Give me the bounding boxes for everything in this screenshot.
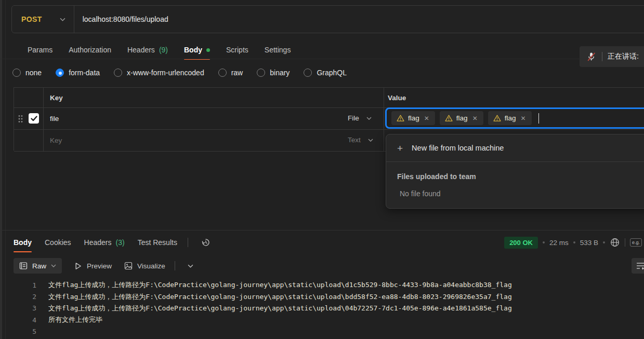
radio-circle-icon bbox=[304, 69, 312, 77]
play-icon bbox=[74, 262, 82, 270]
menu-section-title: Files uploaded to team bbox=[386, 162, 644, 181]
table-border bbox=[43, 88, 44, 151]
key-cell-input[interactable]: file bbox=[50, 115, 59, 123]
new-value-type-selector[interactable]: Text bbox=[348, 136, 373, 144]
response-line: 5 bbox=[0, 326, 644, 337]
response-line: 1 文件flag上传成功，上传路径为F:\CodePractice\golang… bbox=[0, 279, 644, 291]
radio-graphql[interactable]: GraphQL bbox=[304, 69, 347, 77]
file-chip: flag ✕ bbox=[440, 111, 483, 125]
line-number: 3 bbox=[0, 304, 36, 312]
tabs-bottom-border bbox=[0, 59, 644, 59]
radio-none[interactable]: none bbox=[12, 69, 42, 77]
toolbar-divider bbox=[175, 261, 175, 270]
line-number: 2 bbox=[0, 293, 36, 301]
response-toolbar: Raw Preview Visualize bbox=[14, 258, 193, 274]
raw-mode-button[interactable]: Raw bbox=[14, 258, 62, 274]
chevron-down-icon bbox=[366, 117, 372, 120]
radio-x-www-form-urlencoded[interactable]: x-www-form-urlencoded bbox=[114, 69, 204, 77]
raw-text-icon bbox=[19, 262, 28, 270]
body-type-options: none form-data x-www-form-urlencoded raw… bbox=[12, 66, 347, 79]
response-tab-headers[interactable]: Headers (3) bbox=[84, 234, 125, 251]
line-number: 1 bbox=[0, 281, 36, 289]
value-column-header: Value bbox=[388, 94, 406, 102]
method-dropdown[interactable]: POST bbox=[12, 6, 74, 33]
tab-body[interactable]: Body bbox=[184, 42, 210, 58]
tab-params[interactable]: Params bbox=[28, 42, 52, 58]
response-time: 22 ms bbox=[549, 239, 569, 247]
file-chip: flag ✕ bbox=[488, 111, 532, 125]
response-line: 3 文件flag上传成功，上传路径为F:\CodePractice\golang… bbox=[0, 303, 644, 314]
chip-remove-button[interactable]: ✕ bbox=[519, 115, 527, 122]
line-number: 4 bbox=[0, 316, 36, 324]
radio-circle-icon bbox=[114, 69, 122, 77]
line-text: 文件flag上传成功，上传路径为F:\CodePractice\golang-j… bbox=[48, 292, 512, 302]
radio-binary[interactable]: binary bbox=[257, 69, 290, 77]
response-tabs: Body Cookies Headers (3) Test Results bbox=[14, 235, 211, 250]
body-modified-dot-icon bbox=[206, 48, 210, 52]
tab-scripts[interactable]: Scripts bbox=[226, 42, 248, 58]
meta-separator-dot bbox=[573, 241, 575, 243]
value-type-selector[interactable]: File bbox=[348, 114, 372, 122]
file-value-input[interactable]: flag ✕ flag ✕ flag ✕ bbox=[385, 107, 644, 129]
warning-icon bbox=[445, 115, 453, 121]
radio-circle-icon bbox=[218, 69, 227, 77]
wrap-lines-button[interactable] bbox=[632, 258, 644, 274]
response-section-divider bbox=[0, 230, 644, 230]
radio-circle-icon bbox=[257, 69, 265, 77]
mode-menu-chevron[interactable] bbox=[188, 264, 193, 268]
chip-label: flag bbox=[408, 114, 419, 122]
menu-item-new-file[interactable]: + New file from local machine bbox=[386, 134, 644, 161]
chevron-down-icon bbox=[51, 264, 56, 267]
line-number: 5 bbox=[0, 328, 36, 335]
response-tab-cookies[interactable]: Cookies bbox=[45, 234, 71, 251]
voice-status-overlay: 正在讲话: bbox=[580, 46, 644, 67]
url-input[interactable]: localhost:8080/files/upload bbox=[74, 6, 644, 33]
chip-label: flag bbox=[456, 114, 468, 122]
radio-raw[interactable]: raw bbox=[218, 69, 243, 77]
network-globe-icon[interactable] bbox=[610, 237, 620, 248]
warning-icon bbox=[397, 115, 404, 121]
radio-circle-icon bbox=[12, 69, 21, 77]
voice-status-label: 正在讲话: bbox=[608, 52, 639, 61]
muted-microphone-icon[interactable] bbox=[586, 51, 597, 62]
meta-divider bbox=[625, 238, 625, 247]
line-text: 文件flag上传成功，上传路径为F:\CodePractice\golang-j… bbox=[48, 304, 512, 313]
status-badge: 200 OK bbox=[504, 237, 538, 249]
headers-count-badge: (9) bbox=[159, 46, 168, 54]
preview-mode-button[interactable]: Preview bbox=[74, 262, 112, 270]
radio-form-data[interactable]: form-data bbox=[56, 69, 100, 77]
new-key-input[interactable]: Key bbox=[50, 137, 62, 144]
response-line: 2 文件flag上传成功，上传路径为F:\CodePractice\golang… bbox=[0, 291, 644, 302]
key-column-header: Key bbox=[50, 94, 63, 102]
chip-remove-button[interactable]: ✕ bbox=[423, 115, 430, 122]
response-meta: 200 OK 22 ms 533 B e.g. bbox=[504, 235, 642, 250]
chip-remove-button[interactable]: ✕ bbox=[471, 115, 479, 122]
table-border bbox=[14, 129, 644, 130]
visualize-mode-button[interactable]: Visualize bbox=[124, 262, 165, 270]
file-chip: flag ✕ bbox=[391, 111, 435, 125]
menu-empty-state: No file found bbox=[386, 181, 644, 198]
row-checkbox[interactable] bbox=[29, 113, 39, 124]
plus-icon: + bbox=[397, 143, 403, 153]
chip-label: flag bbox=[505, 114, 516, 122]
line-text: 所有文件上传完毕 bbox=[48, 315, 102, 324]
request-url-bar: POST localhost:8080/files/upload bbox=[11, 5, 644, 33]
tab-headers[interactable]: Headers (9) bbox=[127, 42, 168, 58]
response-history-icon[interactable] bbox=[201, 238, 211, 247]
tab-authorization[interactable]: Authorization bbox=[69, 42, 111, 58]
tab-settings[interactable]: Settings bbox=[265, 42, 291, 58]
response-line: 4 所有文件上传完毕 bbox=[0, 314, 644, 326]
drag-handle-icon[interactable] bbox=[18, 115, 23, 125]
table-border bbox=[384, 88, 384, 151]
response-tab-test-results[interactable]: Test Results bbox=[138, 234, 177, 251]
chevron-down-icon bbox=[60, 18, 65, 21]
voice-overlay-divider bbox=[602, 52, 602, 61]
file-select-menu: + New file from local machine Files uplo… bbox=[386, 134, 644, 209]
method-label: POST bbox=[21, 15, 42, 23]
radio-circle-checked-icon bbox=[56, 69, 64, 77]
response-body[interactable]: 1 文件flag上传成功，上传路径为F:\CodePractice\golang… bbox=[0, 279, 644, 337]
response-tab-body[interactable]: Body bbox=[14, 234, 32, 251]
text-cursor bbox=[538, 113, 540, 124]
response-tabs-divider bbox=[188, 238, 188, 247]
example-badge: e.g. bbox=[630, 238, 642, 247]
